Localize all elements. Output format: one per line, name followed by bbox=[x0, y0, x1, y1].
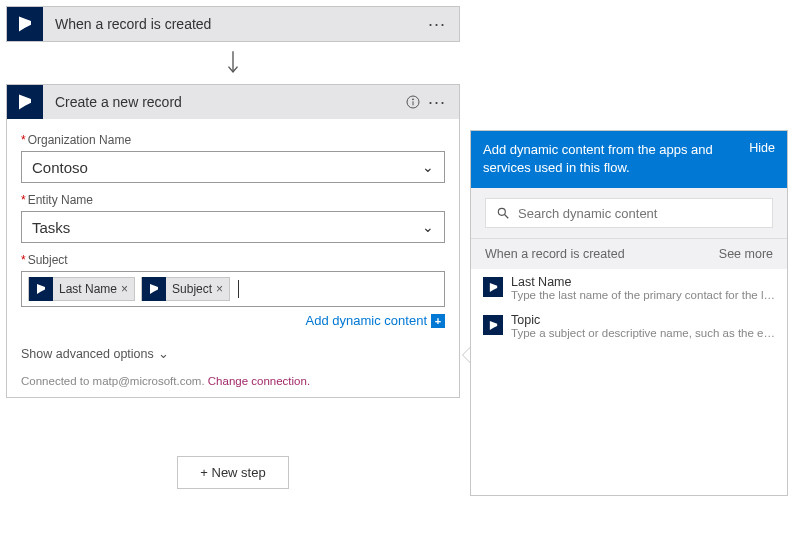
token-remove-icon[interactable]: × bbox=[216, 282, 223, 296]
dc-see-more-link[interactable]: See more bbox=[719, 247, 773, 261]
dc-item-title: Topic bbox=[511, 313, 775, 327]
dynamics-icon bbox=[142, 277, 166, 301]
chevron-down-icon: ⌄ bbox=[422, 159, 434, 175]
org-value: Contoso bbox=[32, 159, 88, 176]
change-connection-link[interactable]: Change connection. bbox=[208, 375, 310, 387]
token-label: Subject bbox=[172, 282, 212, 296]
token-subject[interactable]: Subject × bbox=[141, 277, 230, 301]
action-card: Create a new record ··· *Organization Na… bbox=[6, 84, 460, 398]
action-title: Create a new record bbox=[43, 94, 401, 110]
trigger-menu-button[interactable]: ··· bbox=[425, 14, 449, 35]
dc-search-input[interactable] bbox=[518, 206, 762, 221]
add-dynamic-content-icon[interactable]: + bbox=[431, 314, 445, 328]
org-label: *Organization Name bbox=[21, 133, 445, 147]
dc-item-desc: Type a subject or descriptive name, such… bbox=[511, 327, 775, 339]
dc-item-title: Last Name bbox=[511, 275, 775, 289]
entity-value: Tasks bbox=[32, 219, 70, 236]
dc-section-title: When a record is created bbox=[485, 247, 625, 261]
dc-search-box[interactable] bbox=[485, 198, 773, 228]
callout-pointer bbox=[463, 348, 470, 362]
dynamic-content-panel: Add dynamic content from the apps and se… bbox=[470, 130, 788, 496]
token-last-name[interactable]: Last Name × bbox=[28, 277, 135, 301]
chevron-down-icon: ⌄ bbox=[422, 219, 434, 235]
dynamics-icon bbox=[7, 85, 43, 119]
dc-header-text: Add dynamic content from the apps and se… bbox=[483, 141, 741, 176]
action-menu-button[interactable]: ··· bbox=[425, 92, 449, 113]
dynamics-icon bbox=[7, 7, 43, 41]
token-remove-icon[interactable]: × bbox=[121, 282, 128, 296]
subject-label: *Subject bbox=[21, 253, 445, 267]
org-select[interactable]: Contoso ⌄ bbox=[21, 151, 445, 183]
action-header[interactable]: Create a new record ··· bbox=[7, 85, 459, 119]
dynamics-icon bbox=[483, 315, 503, 335]
trigger-header[interactable]: When a record is created ··· bbox=[7, 7, 459, 41]
subject-input[interactable]: Last Name × Subject × bbox=[21, 271, 445, 307]
trigger-card: When a record is created ··· bbox=[6, 6, 460, 42]
entity-label: *Entity Name bbox=[21, 193, 445, 207]
connection-info: Connected to matp@microsoft.com. Change … bbox=[21, 375, 445, 387]
show-advanced-toggle[interactable]: Show advanced options ⌄ bbox=[21, 346, 445, 361]
advanced-label: Show advanced options bbox=[21, 347, 154, 361]
entity-select[interactable]: Tasks ⌄ bbox=[21, 211, 445, 243]
dc-panel-header: Add dynamic content from the apps and se… bbox=[471, 131, 787, 188]
text-cursor bbox=[238, 280, 239, 298]
dc-item-topic[interactable]: Topic Type a subject or descriptive name… bbox=[471, 307, 787, 345]
dc-item-desc: Type the last name of the primary contac… bbox=[511, 289, 775, 301]
info-icon[interactable] bbox=[401, 94, 425, 110]
dc-empty-area bbox=[471, 345, 787, 495]
search-icon bbox=[496, 206, 510, 220]
add-dynamic-content-link[interactable]: Add dynamic content bbox=[306, 313, 427, 328]
token-label: Last Name bbox=[59, 282, 117, 296]
chevron-down-icon: ⌄ bbox=[158, 346, 169, 361]
svg-point-5 bbox=[412, 99, 413, 100]
trigger-title: When a record is created bbox=[43, 16, 425, 32]
dc-item-last-name[interactable]: Last Name Type the last name of the prim… bbox=[471, 269, 787, 307]
dynamics-icon bbox=[483, 277, 503, 297]
dynamics-icon bbox=[29, 277, 53, 301]
connector-arrow bbox=[6, 48, 460, 78]
dc-hide-link[interactable]: Hide bbox=[749, 141, 775, 155]
new-step-button[interactable]: + New step bbox=[177, 456, 288, 489]
